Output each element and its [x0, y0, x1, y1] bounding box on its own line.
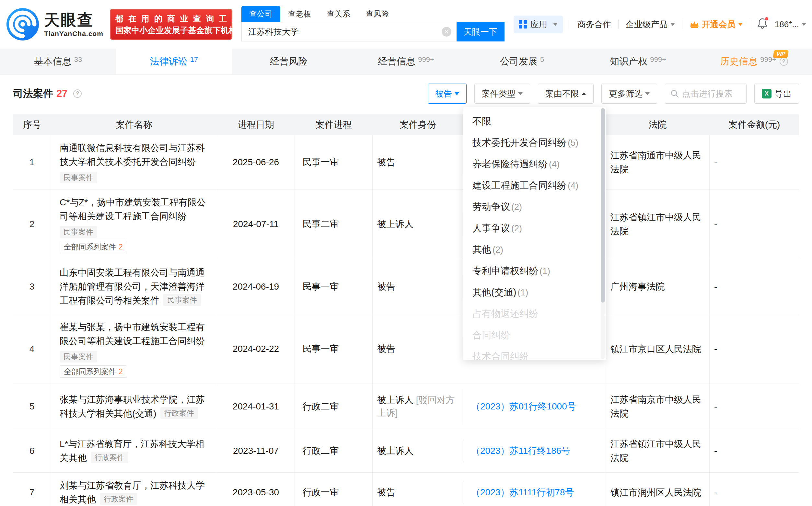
case-role: 被告 [377, 486, 395, 499]
nav-cooperation[interactable]: 商务合作 [577, 19, 611, 30]
case-role: 被告 [377, 156, 395, 169]
clear-search-icon[interactable]: × [441, 27, 452, 36]
help-icon[interactable]: ? [73, 89, 82, 98]
cause-filter-dropdown: 不限技术委托开发合同纠纷(5)养老保险待遇纠纷(4)建设工程施工合同纠纷(4)劳… [463, 107, 606, 360]
nav-enterprise[interactable]: 企业级产品 [626, 19, 675, 30]
row-index: 4 [13, 314, 51, 384]
court-name: 广州海事法院 [606, 259, 710, 314]
case-amount: - [710, 189, 799, 259]
case-stage: 行政二审 [295, 384, 373, 429]
search-icon [670, 89, 679, 98]
search-tab-relation[interactable]: 查关系 [319, 6, 358, 22]
cause-dropdown-item[interactable]: 劳动争议(2) [463, 196, 606, 218]
col-header-role: 案件身份 [373, 114, 463, 135]
tab-intellectual-property[interactable]: 知识产权999+ [580, 49, 696, 74]
cause-label: 技术委托开发合同纠纷 [472, 137, 566, 148]
case-name[interactable]: 张某与江苏海事职业技术学院，江苏科技大学相关其他(交通)行政案件 [60, 393, 208, 420]
case-number-link[interactable]: （2023）苏11行终186号 [471, 445, 570, 457]
case-number-link[interactable]: （2023）苏1111行初78号 [471, 486, 574, 499]
series-cases-tag[interactable]: 全部同系列案件2 [60, 241, 127, 253]
table-row: 7刘某与江苏省教育厅，江苏科技大学相关其他行政案件2023-05-30行政一审被… [13, 473, 799, 506]
role-filter-button[interactable]: 被告 [428, 84, 467, 104]
case-type-filter-button[interactable]: 案件类型 [474, 84, 530, 104]
search-tab-company[interactable]: 查公司 [241, 6, 280, 22]
court-name: 镇江市京口区人民法院 [606, 314, 710, 384]
tab-business-risk[interactable]: 经营风险 [232, 49, 348, 74]
series-cases-tag[interactable]: 全部同系列案件2 [60, 365, 127, 378]
tab-basic-info[interactable]: 基本信息33 [0, 49, 116, 74]
case-type-tag-row: 民事案件 [60, 172, 97, 183]
cause-dropdown-item[interactable]: 人事争议(2) [463, 218, 606, 239]
case-name-text: L*与江苏省教育厅，江苏科技大学相关其他 [60, 439, 204, 463]
case-number-cell: （2023）苏01行终1000号 [463, 384, 606, 429]
table-search-box[interactable] [665, 84, 746, 104]
court-name: 江苏省镇江市中级人民法院 [606, 429, 710, 472]
cause-dropdown-item[interactable]: 其他(2) [463, 239, 606, 260]
cause-dropdown-item[interactable]: 专利申请权纠纷(1) [463, 260, 606, 281]
case-name[interactable]: 山东中固安装工程有限公司与南通通洋船舶管理有限公司，天津澄善海洋工程有限公司等相… [60, 266, 208, 308]
notifications-bell[interactable] [757, 18, 767, 31]
role-text: 被告 [377, 281, 395, 291]
more-filters-button[interactable]: 更多筛选 [601, 84, 657, 104]
table-header: 序号 案件名称 进程日期 案件进程 案件身份 法院 案件金额(元) [13, 114, 799, 135]
cause-dropdown-item[interactable]: 技术委托开发合同纠纷(5) [463, 132, 606, 153]
case-type-tag-row: 民事案件 [60, 226, 97, 238]
case-role: 被上诉人 [驳回对方上诉] [377, 394, 459, 420]
search-button[interactable]: 天眼一下 [457, 22, 504, 41]
tab-business-info[interactable]: 经营信息999+ [348, 49, 464, 74]
case-name[interactable]: 南通联微信息科技有限公司与江苏科技大学相关技术委托开发合同纠纷 [60, 141, 208, 169]
search-tab-risk[interactable]: 查风险 [358, 6, 397, 22]
divider [682, 20, 682, 29]
role-text: 被上诉人 [377, 446, 413, 456]
tab-history-info[interactable]: VIP 历史信息999+ ? [696, 49, 812, 74]
row-index: 1 [13, 135, 51, 189]
case-amount: - [710, 259, 799, 314]
case-type-tag: 民事案件 [60, 226, 97, 238]
tianyancha-logo[interactable]: 天眼查 TianYanCha.com [6, 7, 103, 41]
table-row: 1南通联微信息科技有限公司与江苏科技大学相关技术委托开发合同纠纷民事案件2025… [13, 135, 799, 189]
promo-line2: 国家中小企业发展子基金旗下机构 [115, 24, 227, 36]
series-count: 2 [118, 367, 123, 376]
search-tab-boss[interactable]: 查老板 [280, 6, 319, 22]
court-name: 江苏省南通市中级人民法院 [606, 135, 710, 189]
dropdown-scrollbar[interactable] [601, 108, 605, 359]
search-input[interactable] [242, 27, 441, 37]
case-name[interactable]: 刘某与江苏省教育厅，江苏科技大学相关其他行政案件 [60, 479, 208, 506]
court-name: 江苏省南京市中级人民法院 [606, 384, 710, 429]
case-name-cell: 崔某与张某，扬中市建筑安装工程有限公司等相关建设工程施工合同纠纷民事案件全部同系… [51, 314, 217, 384]
help-icon[interactable]: ? [780, 57, 788, 66]
row-index: 2 [13, 189, 51, 259]
nav-open-vip[interactable]: 开通会员 [689, 19, 743, 30]
cause-dropdown-item[interactable]: 养老保险待遇纠纷(4) [463, 153, 606, 175]
cause-label: 其他(交通) [472, 287, 516, 298]
cause-dropdown-item: 合同纠纷 [463, 324, 606, 346]
tab-legal-litigation[interactable]: 法律诉讼17 [116, 49, 232, 74]
cause-label: 占有物返还纠纷 [472, 309, 538, 319]
cause-dropdown-item[interactable]: 其他(交通)(1) [463, 281, 606, 303]
table-search-input[interactable] [682, 89, 741, 99]
brand-domain: TianYanCha.com [44, 30, 103, 37]
search-scope-tabs: 查公司 查老板 查关系 查风险 [241, 7, 504, 22]
apps-menu[interactable]: 应用 [513, 15, 563, 33]
case-number-link[interactable]: （2023）苏01行终1000号 [471, 400, 576, 413]
cause-filter-button[interactable]: 案由不限 [538, 84, 594, 104]
case-role-cell: 被告 [373, 337, 463, 360]
case-amount: - [710, 314, 799, 384]
table-row: 6L*与江苏省教育厅，江苏科技大学相关其他行政案件2023-11-07行政二审被… [13, 429, 799, 473]
export-button[interactable]: X 导出 [754, 84, 799, 104]
case-role-cell: 被告 [373, 151, 463, 174]
tab-company-development[interactable]: 公司发展5 [464, 49, 580, 74]
case-name[interactable]: C*与Z*，扬中市建筑安装工程有限公司等相关建设工程施工合同纠纷 [60, 195, 208, 223]
case-name-cell: 张某与江苏海事职业技术学院，江苏科技大学相关其他(交通)行政案件 [51, 384, 217, 429]
user-account[interactable]: 186*... [775, 19, 806, 29]
cause-dropdown-list: 不限技术委托开发合同纠纷(5)养老保险待遇纠纷(4)建设工程施工合同纠纷(4)劳… [463, 110, 606, 360]
cause-dropdown-item[interactable]: 建设工程施工合同纠纷(4) [463, 175, 606, 196]
dropdown-scrollbar-thumb[interactable] [601, 108, 605, 303]
section-title: 司法案件 27 ? [13, 84, 82, 104]
case-name[interactable]: 崔某与张某，扬中市建筑安装工程有限公司等相关建设工程施工合同纠纷 [60, 320, 208, 348]
cause-count: (4) [549, 159, 560, 169]
cause-dropdown-item[interactable]: 不限 [463, 110, 606, 132]
col-header-case-name: 案件名称 [51, 114, 217, 135]
excel-icon: X [762, 89, 772, 98]
case-name[interactable]: L*与江苏省教育厅，江苏科技大学相关其他行政案件 [60, 437, 208, 465]
